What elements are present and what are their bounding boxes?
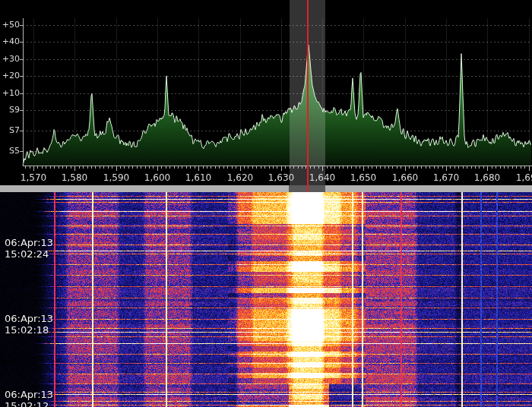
sdr-receiver-window: +50+40+30+20+10S9S7S5 1,5701,5801,5901,6…	[0, 0, 532, 407]
filter-band-bar[interactable]	[0, 185, 532, 192]
tuning-tick	[307, 185, 309, 192]
spectrum-panel: +50+40+30+20+10S9S7S5 1,5701,5801,5901,6…	[0, 0, 532, 185]
spectrum-display[interactable]	[0, 0, 532, 185]
waterfall-panel	[0, 192, 532, 407]
waterfall-display[interactable]	[0, 192, 532, 407]
